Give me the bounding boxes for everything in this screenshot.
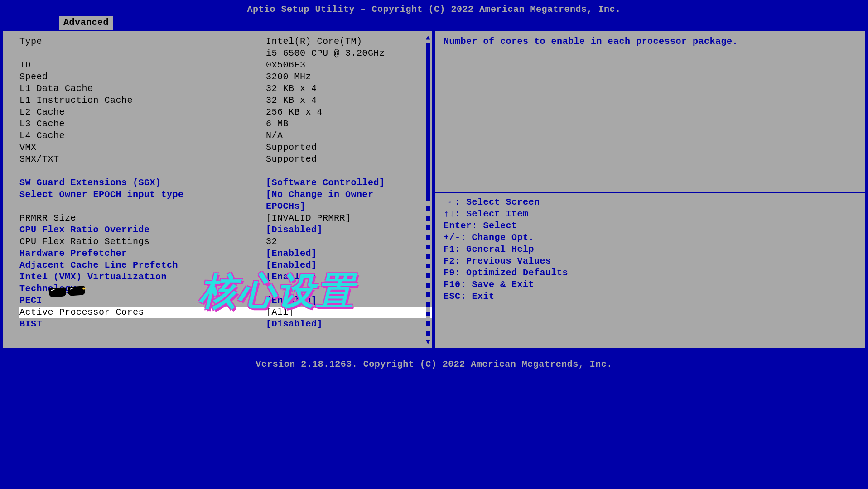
setting-row[interactable]: PECI[Enabled] xyxy=(19,295,432,307)
help-panel: Number of cores to enable in each proces… xyxy=(434,30,866,350)
setting-label: Adjacent Cache Line Prefetch xyxy=(19,259,266,271)
setting-value: [Enabled] xyxy=(266,271,432,283)
setting-value: [Disabled] xyxy=(266,318,432,330)
setting-label: L3 Cache xyxy=(19,118,266,130)
setting-row[interactable]: Select Owner EPOCH input type[No Change … xyxy=(19,189,432,201)
help-key-line: F10: Save & Exit xyxy=(444,279,858,291)
help-key-line: F2: Previous Values xyxy=(444,255,858,267)
setting-value: [Enabled] xyxy=(266,248,432,259)
info-row: i5-6500 CPU @ 3.20GHz xyxy=(19,48,432,59)
header-title: Aptio Setup Utility – Copyright (C) 2022… xyxy=(0,0,868,16)
tab-advanced[interactable]: Advanced xyxy=(59,16,113,30)
setting-value xyxy=(266,283,432,295)
blank-row xyxy=(19,165,432,177)
setting-row[interactable]: Hardware Prefetcher[Enabled] xyxy=(19,248,432,259)
scroll-up-icon[interactable]: ▲ xyxy=(425,34,431,42)
help-key-line: F1: General Help xyxy=(444,244,858,255)
setting-value: [Enabled] xyxy=(266,259,432,271)
info-row: L3 Cache6 MB xyxy=(19,118,432,130)
info-row: VMXSupported xyxy=(19,142,432,153)
setting-value: [Disabled] xyxy=(266,224,432,236)
setting-label: Hardware Prefetcher xyxy=(19,248,266,259)
scroll-down-icon[interactable]: ▼ xyxy=(425,338,431,346)
settings-panel: TypeIntel(R) Core(TM)i5-6500 CPU @ 3.20G… xyxy=(2,30,433,350)
scrollbar[interactable]: ▲ ▼ xyxy=(425,34,431,347)
setting-label: Active Processor Cores xyxy=(19,307,266,318)
help-keys: →←: Select Screen↑↓: Select ItemEnter: S… xyxy=(444,197,858,302)
setting-label xyxy=(19,48,266,59)
setting-label: CPU Flex Ratio Settings xyxy=(19,236,266,248)
info-row: L1 Data Cache32 KB x 4 xyxy=(19,83,432,95)
setting-label: BIST xyxy=(19,318,266,330)
main-area: TypeIntel(R) Core(TM)i5-6500 CPU @ 3.20G… xyxy=(2,30,866,350)
setting-value: [No Change in Owner xyxy=(266,189,432,201)
setting-label: Speed xyxy=(19,71,266,83)
setting-label xyxy=(19,201,266,212)
info-row: L2 Cache256 KB x 4 xyxy=(19,106,432,118)
setting-value: 32 xyxy=(266,236,432,248)
setting-value: 32 KB x 4 xyxy=(266,83,432,95)
setting-label: Select Owner EPOCH input type xyxy=(19,189,266,201)
setting-value: 3200 MHz xyxy=(266,71,432,83)
help-key-line: +/-: Change Opt. xyxy=(444,232,858,244)
setting-label: PECI xyxy=(19,295,266,307)
setting-value: 32 KB x 4 xyxy=(266,95,432,106)
setting-label: SMX/TXT xyxy=(19,153,266,165)
setting-label: CPU Flex Ratio Override xyxy=(19,224,266,236)
help-divider xyxy=(435,192,866,193)
help-key-line: Enter: Select xyxy=(444,220,858,232)
help-description: Number of cores to enable in each proces… xyxy=(444,36,858,48)
setting-row: EPOCHs] xyxy=(19,201,432,212)
setting-label: L1 Data Cache xyxy=(19,83,266,95)
setting-label: PRMRR Size xyxy=(19,212,266,224)
help-key-line: ESC: Exit xyxy=(444,291,858,302)
setting-value: Supported xyxy=(266,142,432,153)
info-row: Speed3200 MHz xyxy=(19,71,432,83)
setting-value: Intel(R) Core(TM) xyxy=(266,36,432,48)
footer-version: Version 2.18.1263. Copyright (C) 2022 Am… xyxy=(0,350,868,370)
setting-value: 256 KB x 4 xyxy=(266,106,432,118)
help-key-line: F9: Optimized Defaults xyxy=(444,267,858,279)
info-row: L4 CacheN/A xyxy=(19,130,432,142)
setting-value: 6 MB xyxy=(266,118,432,130)
setting-label: L1 Instruction Cache xyxy=(19,95,266,106)
help-key-line: ↑↓: Select Item xyxy=(444,208,858,220)
setting-row[interactable]: Intel (VMX) Virtualization[Enabled] xyxy=(19,271,432,283)
setting-row[interactable]: Adjacent Cache Line Prefetch[Enabled] xyxy=(19,259,432,271)
setting-label: Intel (VMX) Virtualization xyxy=(19,271,266,283)
tab-row: Advanced xyxy=(0,16,868,29)
setting-row[interactable]: CPU Flex Ratio Override[Disabled] xyxy=(19,224,432,236)
setting-value: Supported xyxy=(266,153,432,165)
setting-value: [Enabled] xyxy=(266,295,432,307)
setting-label: L4 Cache xyxy=(19,130,266,142)
setting-row: PRMRR Size[INVALID PRMRR] xyxy=(19,212,432,224)
setting-row: Technology xyxy=(19,283,432,295)
setting-value: [INVALID PRMRR] xyxy=(266,212,432,224)
setting-label: Technology xyxy=(19,283,266,295)
setting-value: i5-6500 CPU @ 3.20GHz xyxy=(266,48,432,59)
setting-label: L2 Cache xyxy=(19,106,266,118)
info-row: SMX/TXTSupported xyxy=(19,153,432,165)
setting-row[interactable]: SW Guard Extensions (SGX)[Software Contr… xyxy=(19,177,432,189)
scroll-thumb[interactable] xyxy=(426,43,430,197)
help-key-line: →←: Select Screen xyxy=(444,197,858,208)
selected-setting-row[interactable]: Active Processor Cores[All] xyxy=(19,307,432,318)
setting-row[interactable]: BIST[Disabled] xyxy=(19,318,432,330)
setting-label: SW Guard Extensions (SGX) xyxy=(19,177,266,189)
setting-label: Type xyxy=(19,36,266,48)
scroll-track[interactable] xyxy=(426,43,430,337)
info-row: TypeIntel(R) Core(TM) xyxy=(19,36,432,48)
setting-row: CPU Flex Ratio Settings32 xyxy=(19,236,432,248)
setting-label: VMX xyxy=(19,142,266,153)
info-row: L1 Instruction Cache32 KB x 4 xyxy=(19,95,432,106)
setting-value: [All] xyxy=(266,307,432,318)
setting-value: EPOCHs] xyxy=(266,201,432,212)
setting-value: [Software Controlled] xyxy=(266,177,432,189)
setting-value: N/A xyxy=(266,130,432,142)
setting-value: 0x506E3 xyxy=(266,59,432,71)
info-row: ID0x506E3 xyxy=(19,59,432,71)
setting-label: ID xyxy=(19,59,266,71)
